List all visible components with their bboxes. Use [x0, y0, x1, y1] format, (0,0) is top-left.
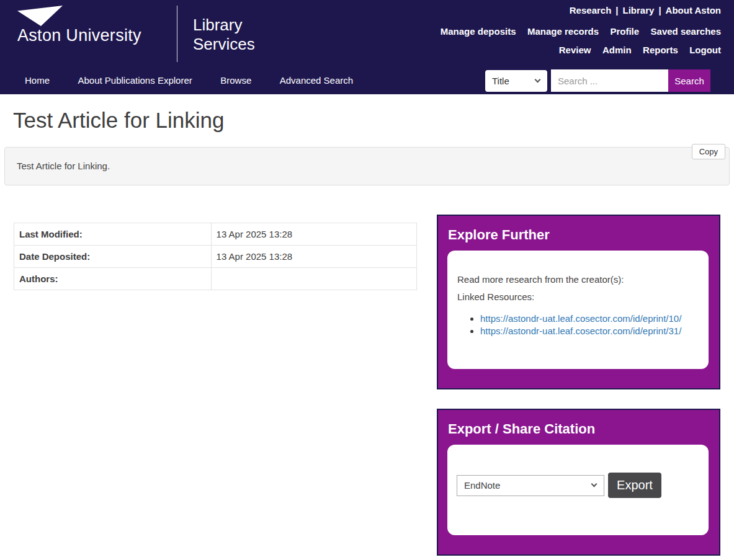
logo-services-text: Library Services: [193, 16, 255, 54]
export-share-citation-panel: Export / Share Citation EndNote Export: [437, 409, 720, 556]
nav-browse[interactable]: Browse: [220, 75, 251, 86]
search-input[interactable]: [551, 69, 668, 92]
nav-home[interactable]: Home: [25, 75, 50, 86]
date-deposited-value: 13 Apr 2025 13:28: [211, 246, 416, 268]
search-field-select[interactable]: Title: [485, 70, 547, 92]
user-links-row-1: Manage deposits Manage records Profile S…: [441, 25, 721, 37]
search-field-select-wrap: Title: [485, 70, 547, 92]
export-card: EndNote Export: [447, 445, 709, 535]
list-item: https://astondr-uat.leaf.cosector.com/id…: [480, 313, 699, 325]
explore-further-card: Read more research from the creator(s): …: [447, 251, 709, 369]
link-separator: |: [615, 5, 618, 16]
link-profile[interactable]: Profile: [610, 26, 639, 37]
link-admin[interactable]: Admin: [602, 45, 632, 55]
citation-box: Test Article for Linking. Copy: [4, 147, 730, 185]
logo-services-line2: Services: [193, 35, 255, 54]
table-row: Date Deposited: 13 Apr 2025 13:28: [14, 246, 417, 268]
export-share-citation-title: Export / Share Citation: [438, 410, 719, 437]
nav-about-publications-explorer[interactable]: About Publications Explorer: [78, 75, 192, 86]
page-title: Test Article for Linking: [13, 108, 224, 133]
citation-text: Test Article for Linking.: [17, 161, 110, 171]
logo-services-line1: Library: [193, 16, 255, 35]
table-row: Authors:: [14, 268, 417, 290]
list-item: https://astondr-uat.leaf.cosector.com/id…: [480, 325, 699, 337]
authors-label: Authors:: [14, 268, 212, 290]
copy-button[interactable]: Copy: [692, 144, 725, 159]
site-header: Aston University Library Services Resear…: [0, 0, 734, 94]
link-separator: |: [658, 5, 661, 16]
linked-resource-link-2[interactable]: https://astondr-uat.leaf.cosector.com/id…: [480, 326, 681, 336]
export-format-select-wrap: EndNote: [457, 475, 604, 496]
read-more-text: Read more research from the creator(s):: [457, 274, 699, 285]
search-bar: Title Search: [485, 69, 710, 92]
link-about-aston[interactable]: About Aston: [666, 5, 721, 16]
header-links: Research|Library|About Aston Manage depo…: [441, 4, 721, 56]
linked-resource-link-1[interactable]: https://astondr-uat.leaf.cosector.com/id…: [480, 313, 681, 324]
linked-resources-label: Linked Resources:: [457, 291, 699, 302]
search-button[interactable]: Search: [668, 69, 710, 92]
link-research[interactable]: Research: [570, 5, 612, 16]
linked-resources-list: https://astondr-uat.leaf.cosector.com/id…: [457, 313, 699, 337]
logo-university-text: Aston University: [17, 26, 141, 45]
nav-advanced-search[interactable]: Advanced Search: [280, 75, 353, 86]
explore-further-title: Explore Further: [438, 216, 719, 243]
table-row: Last Modified: 13 Apr 2025 13:28: [14, 223, 417, 246]
logo-divider: [177, 6, 177, 62]
main-nav: Home About Publications Explorer Browse …: [25, 75, 378, 86]
aston-triangle-icon: [17, 6, 63, 26]
record-details-table: Last Modified: 13 Apr 2025 13:28 Date De…: [14, 223, 417, 290]
page: Aston University Library Services Resear…: [0, 0, 734, 560]
date-deposited-label: Date Deposited:: [14, 246, 212, 268]
link-manage-records[interactable]: Manage records: [527, 26, 599, 37]
link-manage-deposits[interactable]: Manage deposits: [441, 26, 516, 37]
link-logout[interactable]: Logout: [689, 45, 721, 55]
university-links-row: Research|Library|About Aston: [441, 4, 721, 16]
export-format-select[interactable]: EndNote: [457, 476, 604, 496]
last-modified-value: 13 Apr 2025 13:28: [211, 223, 416, 246]
link-saved-searches[interactable]: Saved searches: [651, 26, 721, 37]
link-review[interactable]: Review: [559, 45, 591, 55]
user-links-row-2: Review Admin Reports Logout: [441, 44, 721, 56]
authors-value: [211, 268, 416, 290]
export-button[interactable]: Export: [608, 473, 661, 498]
link-reports[interactable]: Reports: [643, 45, 678, 55]
last-modified-label: Last Modified:: [14, 223, 212, 246]
link-library[interactable]: Library: [623, 5, 655, 16]
explore-further-panel: Explore Further Read more research from …: [437, 215, 720, 389]
